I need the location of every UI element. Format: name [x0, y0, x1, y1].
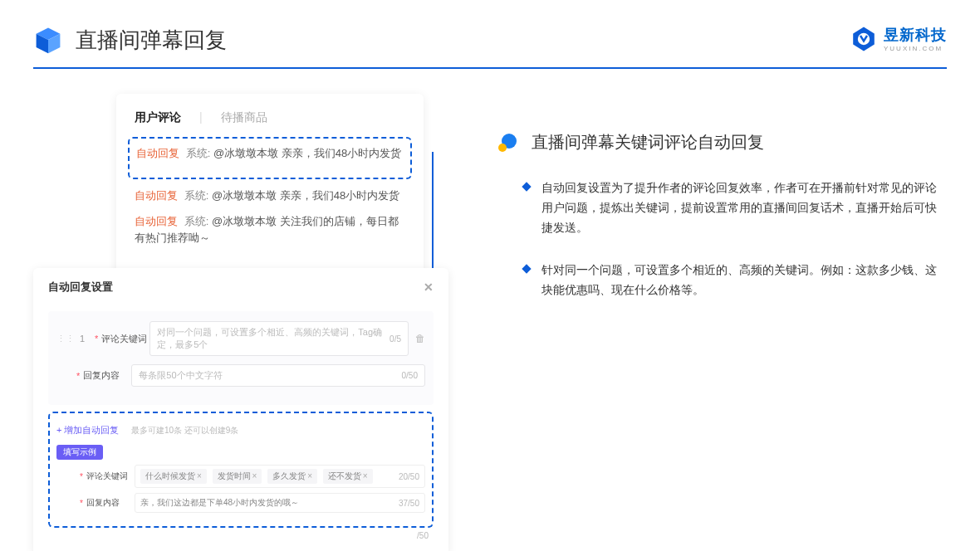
- content-placeholder: 每条限50个中文字符: [139, 369, 222, 382]
- auto-reply-tag: 自动回复: [135, 189, 178, 202]
- ex-content-text: 亲，我们这边都是下单48小时内发货的哦～: [140, 497, 299, 509]
- page-title: 直播间弹幕回复: [76, 26, 227, 55]
- bullet-item: 针对同一个问题，可设置多个相近的、高频的关键词。例如：这款多少钱、这块能优惠吗、…: [498, 261, 947, 300]
- header: 直播间弹幕回复 昱新科技 YUUXIN.COM: [0, 0, 980, 67]
- keyword-label: 评论关键词: [101, 333, 149, 345]
- ex-content-label: 回复内容: [86, 497, 135, 509]
- content-row: * 回复内容 每条限50个中文字符 0/50: [56, 364, 425, 387]
- ex-keyword-label: 评论关键词: [86, 471, 135, 482]
- keyword-count: 0/5: [390, 334, 401, 344]
- brand-logo: 昱新科技 YUUXIN.COM: [850, 25, 947, 52]
- diamond-icon: [522, 265, 531, 274]
- keyword-input[interactable]: 对同一个问题，可设置多个相近、高频的关键词，Tag确定，最多5个 0/5: [149, 321, 409, 356]
- comment-tabs: 用户评论 | 待播商品: [135, 110, 405, 125]
- auto-reply-tag: 自动回复: [136, 147, 179, 159]
- comment-row: 自动回复 系统: @冰墩墩本墩 亲亲，我们48小时内发货: [136, 145, 404, 163]
- comment-text: @冰墩墩本墩 亲亲，我们48小时内发货: [212, 189, 399, 202]
- tab-comments[interactable]: 用户评论: [135, 110, 181, 125]
- settings-panel: 自动回复设置 ✕ ⋮⋮ 1 * 评论关键词 对同一个问题，可设置多个相近、高频的…: [33, 268, 448, 551]
- system-tag: 系统:: [184, 189, 209, 202]
- drag-handle-icon[interactable]: ⋮⋮: [56, 334, 75, 344]
- brand-subtitle: YUUXIN.COM: [884, 45, 947, 52]
- row-number: 1: [80, 334, 95, 344]
- comment-text: @冰墩墩本墩 亲亲，我们48小时内发货: [213, 147, 401, 159]
- required-star: *: [80, 472, 83, 481]
- description-panel: 直播间弹幕关键词评论自动回复 自动回复设置为了提升作者的评论回复效率，作者可在开…: [498, 94, 947, 324]
- delete-icon[interactable]: 🗑: [415, 333, 425, 344]
- tag-chip[interactable]: 什么时候发货: [140, 469, 207, 484]
- section-title: 直播间弹幕关键词评论自动回复: [532, 131, 764, 154]
- header-divider: [33, 67, 947, 69]
- add-note: 最多可建10条 还可以创建9条: [131, 426, 238, 435]
- system-tag: 系统:: [184, 215, 209, 227]
- keyword-placeholder: 对同一个问题，可设置多个相近、高频的关键词，Tag确定，最多5个: [157, 326, 390, 351]
- close-icon[interactable]: ✕: [424, 280, 434, 294]
- bullet-dots-icon: [498, 134, 522, 152]
- tag-chip[interactable]: 发货时间: [213, 469, 262, 484]
- add-auto-reply-link[interactable]: + 增加自动回复: [56, 425, 119, 435]
- ex-content-count: 37/50: [399, 499, 419, 508]
- required-star: *: [80, 499, 83, 508]
- tab-products[interactable]: 待播商品: [221, 110, 267, 125]
- example-keyword-row: * 评论关键词 什么时候发货 发货时间 多久发货 还不发货 20/50: [80, 465, 425, 488]
- example-content-input[interactable]: 亲，我们这边都是下单48小时内发货的哦～ 37/50: [135, 493, 425, 513]
- example-chip: 填写示例: [56, 445, 103, 460]
- required-star: *: [76, 371, 80, 381]
- svg-point-3: [858, 32, 870, 44]
- settings-title: 自动回复设置: [48, 280, 113, 295]
- bullet-item: 自动回复设置为了提升作者的评论回复效率，作者可在开播前针对常见的评论用户问题，提…: [498, 178, 947, 237]
- form-section: ⋮⋮ 1 * 评论关键词 对同一个问题，可设置多个相近、高频的关键词，Tag确定…: [48, 311, 434, 405]
- stray-count: /50: [48, 528, 434, 540]
- example-keyword-input[interactable]: 什么时候发货 发货时间 多久发货 还不发货 20/50: [135, 465, 425, 488]
- ex-kw-count: 20/50: [399, 472, 419, 481]
- comments-panel: 用户评论 | 待播商品 自动回复 系统: @冰墩墩本墩 亲亲，我们48小时内发货…: [116, 94, 424, 293]
- example-content-row: * 回复内容 亲，我们这边都是下单48小时内发货的哦～ 37/50: [80, 493, 425, 513]
- brand-name: 昱新科技: [884, 25, 947, 45]
- screenshot-area: 用户评论 | 待播商品 自动回复 系统: @冰墩墩本墩 亲亲，我们48小时内发货…: [33, 94, 448, 324]
- tag-chip[interactable]: 多久发货: [267, 469, 317, 484]
- comment-row: 自动回复 系统: @冰墩墩本墩 关注我们的店铺，每日都有热门推荐呦～: [135, 213, 405, 248]
- section-heading: 直播间弹幕关键词评论自动回复: [498, 131, 947, 154]
- cube-icon: [33, 25, 63, 55]
- tag-list: 什么时候发货 发货时间 多久发货 还不发货: [140, 469, 376, 484]
- brand-icon: [850, 26, 877, 52]
- required-star: *: [95, 334, 98, 344]
- content-count: 0/50: [402, 371, 418, 380]
- highlighted-comment: 自动回复 系统: @冰墩墩本墩 亲亲，我们48小时内发货: [128, 137, 412, 179]
- content-input[interactable]: 每条限50个中文字符 0/50: [131, 364, 425, 387]
- bullet-text: 自动回复设置为了提升作者的评论回复效率，作者可在开播前针对常见的评论用户问题，提…: [541, 178, 947, 237]
- system-tag: 系统:: [186, 147, 211, 159]
- auto-reply-tag: 自动回复: [135, 215, 178, 227]
- content-label: 回复内容: [83, 369, 131, 382]
- keyword-row: ⋮⋮ 1 * 评论关键词 对同一个问题，可设置多个相近、高频的关键词，Tag确定…: [56, 321, 425, 356]
- comment-row: 自动回复 系统: @冰墩墩本墩 亲亲，我们48小时内发货: [135, 188, 405, 205]
- example-section: + 增加自动回复 最多可建10条 还可以创建9条 填写示例 * 评论关键词 什么…: [48, 412, 434, 528]
- bullet-text: 针对同一个问题，可设置多个相近的、高频的关键词。例如：这款多少钱、这块能优惠吗、…: [541, 261, 947, 300]
- tag-chip[interactable]: 还不发货: [323, 469, 373, 484]
- tab-separator: |: [199, 110, 203, 125]
- diamond-icon: [522, 182, 531, 191]
